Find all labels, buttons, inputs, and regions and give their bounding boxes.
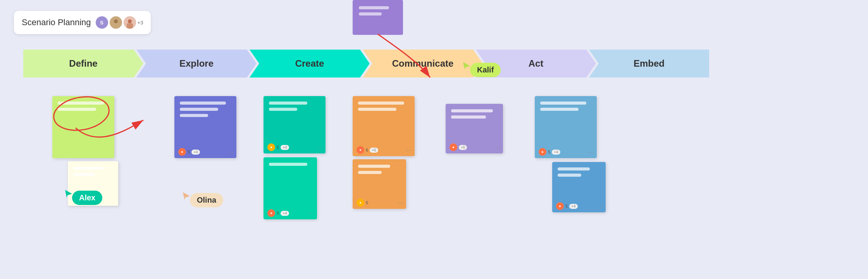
footer-avatar-create2: ●	[267, 209, 275, 217]
avatar-photo1	[110, 16, 122, 29]
avatar-s: S	[96, 16, 108, 29]
footer-avatar: ●	[178, 148, 186, 156]
cursor-olina-label: Olina	[190, 193, 223, 207]
svg-point-7	[51, 93, 112, 134]
step-create[interactable]: Create	[250, 50, 370, 78]
svg-point-2	[114, 19, 118, 23]
svg-marker-10	[463, 62, 470, 70]
svg-rect-3	[113, 23, 119, 29]
svg-rect-6	[127, 23, 133, 29]
cursor-alex-label: Alex	[72, 191, 102, 205]
step-define[interactable]: Define	[23, 50, 143, 78]
cursor-kalif: Kalif	[463, 63, 501, 77]
purple-block-top	[353, 0, 403, 35]
step-explore[interactable]: Explore	[136, 50, 257, 78]
cards-area: ● 5 +4 ··· ● 5 +4 ··· ● 5 +4 ···	[23, 96, 868, 274]
svg-marker-9	[183, 192, 190, 200]
header-card: Scenario Planning S +3	[14, 11, 151, 34]
card-embed-1[interactable]: ● 5 +4 ···	[535, 96, 597, 158]
card-define-1[interactable]	[52, 96, 114, 158]
svg-point-5	[128, 19, 132, 23]
card-act-1[interactable]: ● +6 ···	[446, 104, 503, 153]
card-embed-2[interactable]: ● 5 +4 ···	[552, 162, 606, 212]
cursor-alex: Alex	[65, 191, 102, 205]
card-communicate-2[interactable]: ● 5 ···	[353, 159, 406, 209]
card-explore-1[interactable]: ● 5 +4 ···	[174, 96, 236, 158]
avatar-photo2	[124, 16, 136, 29]
footer-avatar-comm2: ●	[356, 199, 364, 207]
footer-avatar-embed1: ●	[539, 148, 546, 156]
svg-marker-8	[65, 190, 72, 198]
card-communicate-1[interactable]: ● 6 +6 ···	[353, 96, 415, 156]
footer-avatar-comm1: ●	[356, 146, 364, 154]
footer-avatar-embed2: ●	[556, 202, 564, 210]
step-embed[interactable]: Embed	[589, 50, 709, 78]
page-title: Scenario Planning	[22, 17, 91, 28]
card-create-2[interactable]: ● 5 +4 ···	[264, 157, 317, 219]
process-row: Define Explore Create Communicate Act Em…	[23, 50, 709, 78]
avatar-count: +3	[138, 20, 143, 26]
cursor-kalif-label: Kalif	[470, 63, 501, 77]
footer-avatar-act: ●	[450, 143, 457, 151]
avatar-group: S +3	[96, 16, 143, 29]
card-create-1[interactable]: ● 5 +4 ···	[264, 96, 326, 153]
cursor-olina: Olina	[183, 193, 223, 207]
footer-avatar-create: ●	[267, 143, 275, 151]
